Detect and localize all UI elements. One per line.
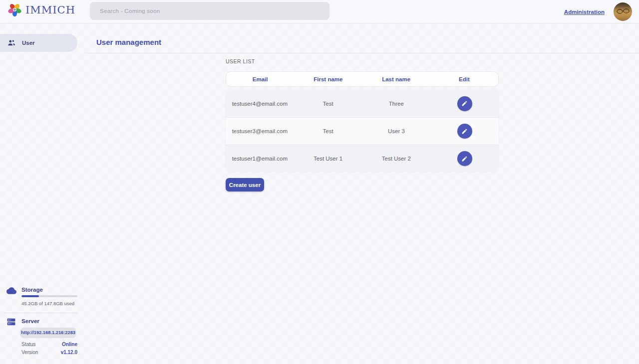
- top-bar: IMMICH Administration: [0, 0, 639, 23]
- search-input[interactable]: [90, 2, 329, 20]
- title-divider: [85, 53, 639, 53]
- sidebar-item-user-label: User: [22, 40, 35, 46]
- edit-user-button[interactable]: [457, 96, 472, 111]
- column-header-first-name: First name: [294, 76, 362, 82]
- cell-last-name: User 3: [362, 128, 431, 134]
- cell-email: testuser3@email.com: [226, 128, 294, 134]
- pencil-icon: [461, 100, 468, 107]
- panel-divider: [4, 313, 77, 313]
- table-row: testuser3@email.com Test User 3: [226, 117, 499, 145]
- user-table: testuser4@email.com Test Three testuser3…: [226, 90, 499, 172]
- server-status-value: Online: [62, 342, 77, 347]
- edit-user-button[interactable]: [457, 151, 472, 166]
- pencil-icon: [461, 128, 468, 135]
- server-url-badge: http://192.168.1.216:2283: [20, 328, 76, 338]
- server-title: Server: [21, 318, 39, 324]
- create-user-button[interactable]: Create user: [226, 178, 264, 191]
- storage-progress-fill: [21, 295, 39, 297]
- brand-wordmark: IMMICH: [25, 4, 75, 16]
- cell-first-name: Test User 1: [294, 156, 362, 162]
- cell-last-name: Test User 2: [362, 156, 431, 162]
- cloud-icon: [6, 286, 16, 298]
- server-version-label: Version: [21, 350, 38, 355]
- administration-link[interactable]: Administration: [564, 9, 605, 15]
- column-header-email: Email: [226, 76, 294, 82]
- cell-last-name: Three: [362, 101, 431, 107]
- server-icon: [6, 317, 16, 329]
- server-version-value: v1.12.0: [61, 350, 77, 355]
- column-header-last-name: Last name: [362, 76, 430, 82]
- avatar[interactable]: [614, 2, 632, 21]
- cell-first-name: Test: [294, 101, 362, 107]
- storage-progress-bar: [21, 295, 77, 297]
- immich-flower-logo-icon: [8, 3, 21, 16]
- server-status-label: Status: [21, 342, 35, 347]
- cell-first-name: Test: [294, 128, 362, 134]
- cell-email: testuser4@email.com: [226, 101, 294, 107]
- page-title: User management: [96, 38, 161, 46]
- table-row: testuser1@email.com Test User 1 Test Use…: [226, 145, 499, 172]
- brand[interactable]: IMMICH: [8, 3, 75, 16]
- storage-used-text: 45.2GB of 147.8GB used: [21, 301, 74, 306]
- table-row: testuser4@email.com Test Three: [226, 90, 499, 117]
- user-list-section-label: USER LIST: [226, 58, 255, 64]
- pencil-icon: [461, 156, 468, 162]
- edit-user-button[interactable]: [457, 124, 472, 139]
- sidebar-item-user[interactable]: User: [0, 34, 77, 52]
- user-table-header: Email First name Last name Edit: [226, 71, 499, 87]
- cell-email: testuser1@email.com: [226, 156, 294, 162]
- users-icon: [7, 38, 16, 47]
- glasses-photo-detail: [616, 8, 631, 15]
- storage-title: Storage: [21, 287, 43, 293]
- column-header-edit: Edit: [430, 76, 498, 82]
